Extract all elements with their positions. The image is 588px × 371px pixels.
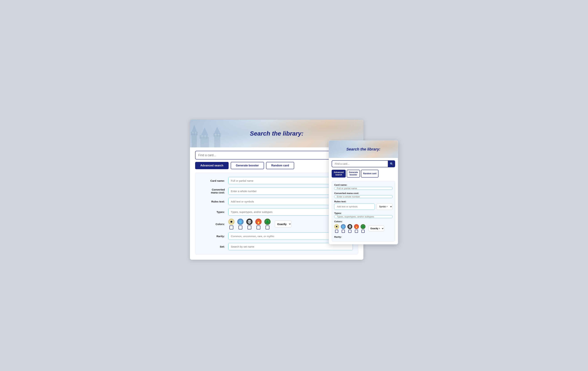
small-color-green: 🌲 [361,224,366,233]
small-color-blue-checkbox[interactable] [342,230,345,233]
small-mana-black-icon: 💀 [347,224,352,229]
set-label: Set: [200,245,228,248]
rules-text-input[interactable] [228,198,335,205]
advanced-search-button[interactable]: Advanced search [195,162,229,169]
small-color-white: ✸ [334,224,339,233]
hero-banner-small: Search the library: [329,141,398,158]
rarity-label: Rarity: [200,235,228,238]
small-hero-title: Search the library: [346,147,380,152]
small-colors-exactly-select[interactable]: Exactly ÷ [368,226,384,231]
small-colors-row: Colors: ✸ 💧 💀 [334,220,392,233]
color-red-checkbox[interactable] [257,226,260,229]
small-types-row: Types: [334,212,392,218]
colors-label: Colors: [200,223,228,226]
small-rules-text-input[interactable] [334,204,375,210]
small-mana-blue-icon: 💧 [341,224,346,229]
small-color-red: 🔥 [354,224,359,233]
small-color-black: 💀 [347,224,352,233]
small-color-green-checkbox[interactable] [361,230,365,233]
random-card-button[interactable]: Random card [266,162,294,169]
search-icon-small: 🔍 [390,162,393,165]
small-rules-inputs: Symbo ÷ [334,204,392,210]
svg-rect-10 [214,135,220,147]
small-colors-inputs: ✸ 💧 💀 🔥 [334,224,384,233]
small-mana-cost-input[interactable] [334,195,392,198]
color-black: 💀 [246,219,252,229]
small-rarity-row: Rarity: [334,235,392,239]
svg-rect-7 [203,135,205,139]
mana-red-icon: 🔥 [255,219,262,225]
small-mana-green-icon: 🌲 [361,224,366,229]
color-green-checkbox[interactable] [266,226,269,229]
small-card-name-label: Card name: [334,184,347,186]
small-random-card-button[interactable]: Random card [361,170,378,177]
small-color-white-checkbox[interactable] [335,230,338,233]
small-search-row: 🔍 [332,160,395,167]
small-nav-row: Advancedsearch Generatebooster Random ca… [332,170,395,177]
svg-rect-6 [200,135,201,139]
color-white-checkbox[interactable] [230,226,233,229]
svg-rect-11 [213,134,215,137]
small-mana-white-icon: ✸ [334,224,339,229]
small-form-panel: Card name: Converted mana cost: Rules te… [332,181,395,241]
svg-rect-2 [193,132,195,135]
small-mana-red-icon: 🔥 [354,224,359,229]
card-name-label: Card name: [200,179,228,182]
svg-rect-0 [192,134,197,147]
color-green: 🌲 [264,219,271,229]
colors-exactly-select[interactable]: Exactly [275,220,291,227]
small-card-name-row: Card name: [334,184,392,190]
small-rules-text-row: Rules text: Symbo ÷ [334,200,392,210]
color-red: 🔥 [255,219,262,229]
svg-rect-12 [216,134,218,137]
svg-rect-13 [219,134,221,137]
rules-text-label: Rules text: [200,200,228,203]
small-card-name-input[interactable] [334,187,392,190]
color-white: ✸ [228,219,234,229]
small-rules-text-label: Rules text: [334,200,346,203]
small-color-blue: 💧 [341,224,346,233]
svg-rect-3 [196,132,198,135]
small-mana-cost-row: Converted mana cost: [334,192,392,198]
small-rarity-label: Rarity: [334,236,342,238]
page-wrapper: Search the library: 🔍 Advanced search Ge… [190,120,398,251]
svg-marker-9 [201,127,208,135]
small-types-label: Types: [334,212,342,215]
color-blue-checkbox[interactable] [239,226,242,229]
small-types-input[interactable] [334,215,392,218]
mana-cost-label: Converted mana cost: [200,188,228,194]
small-symbol-select[interactable]: Symbo ÷ [377,204,392,210]
small-search-button[interactable]: 🔍 [388,160,395,167]
color-black-checkbox[interactable] [248,226,251,229]
types-label: Types: [200,210,228,213]
castle-decoration [190,123,228,147]
small-color-black-checkbox[interactable] [348,230,351,233]
mana-black-icon: 💀 [246,219,252,225]
mana-white-icon: ✸ [228,219,234,225]
mana-green-icon: 🌲 [264,219,271,225]
generate-booster-button[interactable]: Generate booster [231,162,264,169]
svg-marker-14 [214,127,220,134]
small-generate-booster-button[interactable]: Generatebooster [347,170,360,177]
small-advanced-search-button[interactable]: Advancedsearch [332,170,346,177]
small-mana-cost-label: Converted mana cost: [334,192,359,195]
small-search-input[interactable] [332,160,388,167]
small-search-card: Search the library: 🔍 Advancedsearch Gen… [329,140,398,244]
small-colors-label: Colors: [334,220,343,223]
color-blue: 💧 [237,219,243,229]
mana-blue-icon: 💧 [237,219,243,225]
small-color-red-checkbox[interactable] [355,230,358,233]
svg-rect-8 [206,135,208,139]
main-hero-title: Search the library: [250,130,304,137]
main-search-input[interactable] [195,151,349,159]
svg-rect-1 [191,132,192,135]
svg-marker-4 [192,125,197,132]
small-content-area: 🔍 Advancedsearch Generatebooster Random … [329,158,398,244]
